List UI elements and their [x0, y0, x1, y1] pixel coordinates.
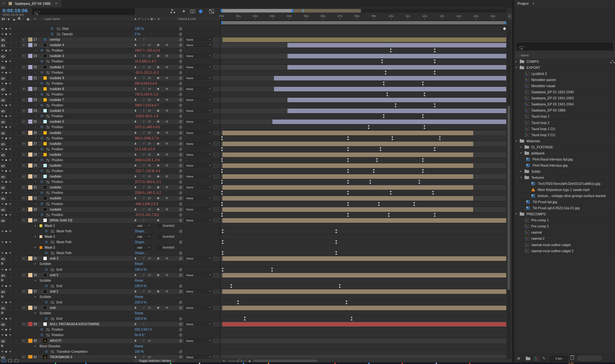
fx-icon[interactable]: ƒx: [148, 175, 151, 178]
layer-name[interactable]: ARVUTI: [50, 339, 62, 343]
pick-whip-icon[interactable]: @: [179, 213, 182, 217]
av-toggle-cell[interactable]: [17, 218, 21, 222]
property-name[interactable]: End: [56, 284, 62, 288]
layer-name[interactable]: sodi 2: [50, 290, 58, 293]
collapse-icon[interactable]: ▾: [23, 197, 24, 200]
add-keyframe-icon[interactable]: ◆: [5, 159, 7, 161]
expand-transfer-controls-icon[interactable]: [8, 359, 12, 362]
next-keyframe-icon[interactable]: ▶: [10, 104, 11, 106]
property-row[interactable]: ◀◆▶›◷Position-446.2,645.2,5.5@: [0, 202, 220, 207]
layer-row[interactable]: ▾19ruuduke 3♟/ƒx◉⊛@None▾: [0, 54, 220, 59]
keyframe-marker[interactable]: [390, 191, 392, 194]
lock-icon[interactable]: [18, 17, 20, 20]
collapse-icon[interactable]: ▾: [23, 356, 24, 359]
pick-whip-icon[interactable]: @: [179, 328, 182, 331]
keyframe-marker[interactable]: [503, 27, 506, 30]
av-toggle-cell[interactable]: [12, 153, 16, 157]
quality-icon[interactable]: ♟: [134, 208, 137, 211]
av-toggle-cell[interactable]: [17, 120, 21, 124]
project-search-input[interactable]: ▾: [517, 43, 613, 50]
collapse-icon[interactable]: ▾: [516, 66, 517, 69]
property-name[interactable]: Start: [62, 27, 69, 30]
timeline-track-row[interactable]: [221, 327, 506, 332]
av-toggle-cell[interactable]: [6, 109, 11, 113]
layer-label-swatch[interactable]: [28, 109, 32, 113]
property-name[interactable]: Mask Path: [56, 229, 72, 233]
layer-row[interactable]: ▾39NULL PASTAKAGA KIRJUTAMINE♟/@None▾: [0, 322, 220, 327]
pick-whip-icon[interactable]: @: [179, 306, 182, 310]
av-toggle-cell[interactable]: [6, 256, 11, 261]
graph-icon[interactable]: [46, 82, 50, 85]
quality-icon[interactable]: ♟: [134, 54, 137, 57]
av-toggle-cell[interactable]: [6, 142, 11, 146]
mask-color-swatch[interactable]: [39, 246, 43, 249]
av-toggle-cell[interactable]: [12, 256, 16, 261]
shy-icon[interactable]: ☻: [182, 8, 188, 13]
graph-icon[interactable]: [46, 126, 50, 128]
quality-icon[interactable]: ♟: [134, 38, 137, 41]
effect-name[interactable]: Scribble: [39, 295, 51, 299]
keyframe-marker[interactable]: [422, 169, 424, 173]
project-item-row[interactable]: Saatepea_EP 02 1941-1953: [514, 95, 615, 102]
graph-icon[interactable]: [51, 318, 54, 320]
layer-row[interactable]: ▾28ruuduke♟/ƒx◉⊛@None▾: [0, 152, 220, 157]
motion-blur-icon[interactable]: ◉: [157, 109, 159, 112]
expand-icon[interactable]: ›: [35, 213, 36, 216]
property-row[interactable]: ◀◆▶›◷Position11.0,141.5,0.9@: [0, 147, 220, 152]
keyframe-marker[interactable]: [237, 301, 239, 304]
keyframe-marker[interactable]: [422, 158, 424, 162]
stopwatch-icon[interactable]: ◷: [40, 180, 43, 183]
property-value[interactable]: -118.9,-60.5,-1.6: [135, 114, 158, 118]
timeline-track-row[interactable]: [221, 119, 506, 124]
layer-label-swatch[interactable]: [28, 131, 32, 135]
av-toggle-cell[interactable]: [17, 207, 21, 211]
property-name[interactable]: End: [56, 301, 62, 304]
project-item-label[interactable]: Saatepea_EP 04 1988-: [531, 108, 566, 112]
timeline-track-row[interactable]: [221, 289, 506, 294]
parent-dropdown[interactable]: None▾: [184, 98, 212, 102]
keyframe-marker[interactable]: [418, 180, 421, 184]
property-name[interactable]: Position: [52, 158, 63, 162]
timeline-track-row[interactable]: [221, 130, 506, 136]
pick-whip-icon[interactable]: @: [179, 186, 182, 189]
graph-icon[interactable]: [46, 137, 50, 140]
layer-row[interactable]: ▾24ruuduke 6♟/ƒx◉⊛@None▾: [0, 108, 220, 113]
previous-keyframe-icon[interactable]: ◀: [1, 60, 3, 62]
av-toggle-cell[interactable]: [12, 43, 16, 47]
av-toggle-cell[interactable]: [17, 109, 21, 113]
collapse-icon[interactable]: ▾: [23, 98, 24, 101]
effect-row[interactable]: fx▾ScribbleReset: [0, 311, 220, 316]
pick-whip-icon[interactable]: @: [179, 142, 182, 145]
layer-duration-bar[interactable]: [223, 37, 506, 42]
parent-dropdown[interactable]: None▾: [184, 37, 212, 42]
layer-name[interactable]: ruuduke: [50, 175, 61, 178]
search-dropdown-caret[interactable]: ▾: [39, 11, 40, 13]
collapse-icon[interactable]: ▾: [23, 131, 24, 134]
layer-label-swatch[interactable]: [28, 120, 32, 124]
layer-row[interactable]: ▾37sodi 2♟/ƒx◉⊛@None▾: [0, 289, 220, 294]
mask-color-swatch[interactable]: [39, 224, 43, 228]
collapse-icon[interactable]: ▾: [23, 175, 24, 178]
previous-keyframe-icon[interactable]: ◀: [1, 268, 3, 271]
cube-icon[interactable]: ⊛: [166, 98, 168, 101]
mask-mode-dropdown[interactable]: Add▾: [135, 224, 151, 228]
stopwatch-icon[interactable]: ◷: [40, 327, 43, 331]
fx-icon[interactable]: ƒx: [148, 355, 151, 359]
previous-keyframe-icon[interactable]: ◀: [1, 71, 3, 74]
motion-blur-icon[interactable]: ◉: [157, 54, 159, 57]
property-row[interactable]: ◀◆▶◷Rotation0x-8.5°@: [0, 333, 220, 338]
frame-blend-icon[interactable]: /: [143, 109, 144, 112]
layer-label-swatch[interactable]: [28, 273, 32, 277]
timeline-track-row[interactable]: [221, 87, 506, 92]
expand-icon[interactable]: ›: [35, 114, 36, 118]
av-toggle-cell[interactable]: [17, 185, 21, 189]
motion-blur-icon[interactable]: ◉: [157, 257, 159, 260]
stopwatch-icon[interactable]: ◷: [45, 350, 48, 353]
keyframe-marker[interactable]: [347, 191, 349, 194]
parent-dropdown[interactable]: None▾: [184, 54, 212, 58]
expand-icon[interactable]: ›: [35, 93, 36, 96]
fx-icon[interactable]: ƒx: [148, 186, 151, 189]
close-icon[interactable]: ×: [3, 1, 4, 5]
layer-name[interactable]: ruuduke 5: [50, 120, 64, 123]
timeline-track-row[interactable]: [221, 169, 506, 174]
